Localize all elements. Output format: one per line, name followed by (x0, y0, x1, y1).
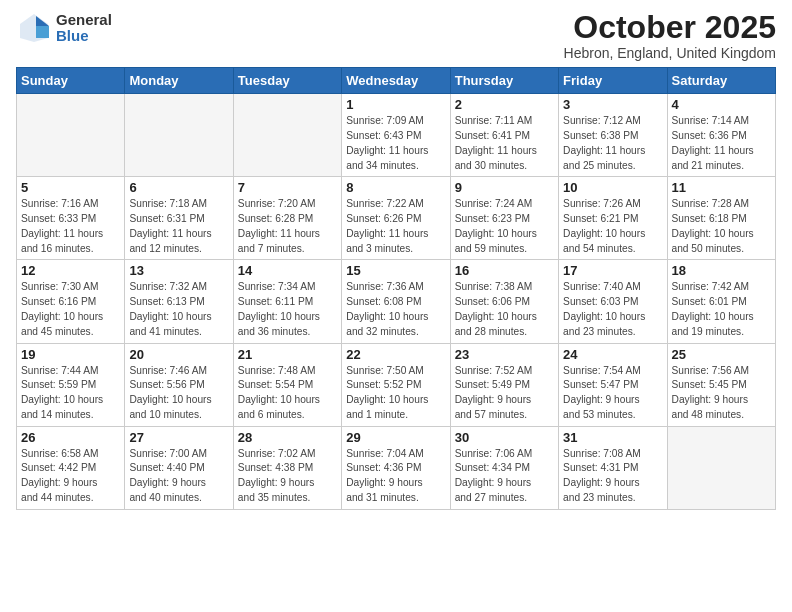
day-info: Sunrise: 7:04 AM Sunset: 4:36 PM Dayligh… (346, 447, 445, 506)
calendar-cell (667, 426, 775, 509)
day-number: 13 (129, 263, 228, 278)
day-number: 20 (129, 347, 228, 362)
day-info: Sunrise: 7:44 AM Sunset: 5:59 PM Dayligh… (21, 364, 120, 423)
day-number: 10 (563, 180, 662, 195)
logo-icon (16, 10, 52, 46)
day-number: 23 (455, 347, 554, 362)
day-info: Sunrise: 6:58 AM Sunset: 4:42 PM Dayligh… (21, 447, 120, 506)
calendar-cell: 21Sunrise: 7:48 AM Sunset: 5:54 PM Dayli… (233, 343, 341, 426)
week-row-3: 19Sunrise: 7:44 AM Sunset: 5:59 PM Dayli… (17, 343, 776, 426)
calendar-cell: 27Sunrise: 7:00 AM Sunset: 4:40 PM Dayli… (125, 426, 233, 509)
day-number: 16 (455, 263, 554, 278)
month-title: October 2025 (564, 10, 776, 45)
day-number: 1 (346, 97, 445, 112)
calendar-cell: 4Sunrise: 7:14 AM Sunset: 6:36 PM Daylig… (667, 94, 775, 177)
day-info: Sunrise: 7:22 AM Sunset: 6:26 PM Dayligh… (346, 197, 445, 256)
day-number: 5 (21, 180, 120, 195)
day-number: 9 (455, 180, 554, 195)
calendar-cell: 17Sunrise: 7:40 AM Sunset: 6:03 PM Dayli… (559, 260, 667, 343)
day-info: Sunrise: 7:08 AM Sunset: 4:31 PM Dayligh… (563, 447, 662, 506)
day-number: 4 (672, 97, 771, 112)
day-info: Sunrise: 7:56 AM Sunset: 5:45 PM Dayligh… (672, 364, 771, 423)
day-number: 8 (346, 180, 445, 195)
day-number: 6 (129, 180, 228, 195)
calendar-cell: 23Sunrise: 7:52 AM Sunset: 5:49 PM Dayli… (450, 343, 558, 426)
calendar-cell: 9Sunrise: 7:24 AM Sunset: 6:23 PM Daylig… (450, 177, 558, 260)
logo-text: General Blue (56, 12, 112, 45)
page: General Blue October 2025 Hebron, Englan… (0, 0, 792, 612)
day-info: Sunrise: 7:12 AM Sunset: 6:38 PM Dayligh… (563, 114, 662, 173)
calendar-cell: 19Sunrise: 7:44 AM Sunset: 5:59 PM Dayli… (17, 343, 125, 426)
week-row-0: 1Sunrise: 7:09 AM Sunset: 6:43 PM Daylig… (17, 94, 776, 177)
calendar-cell: 13Sunrise: 7:32 AM Sunset: 6:13 PM Dayli… (125, 260, 233, 343)
calendar-cell: 14Sunrise: 7:34 AM Sunset: 6:11 PM Dayli… (233, 260, 341, 343)
day-number: 29 (346, 430, 445, 445)
calendar-cell: 31Sunrise: 7:08 AM Sunset: 4:31 PM Dayli… (559, 426, 667, 509)
day-info: Sunrise: 7:34 AM Sunset: 6:11 PM Dayligh… (238, 280, 337, 339)
calendar-cell: 18Sunrise: 7:42 AM Sunset: 6:01 PM Dayli… (667, 260, 775, 343)
weekday-row: SundayMondayTuesdayWednesdayThursdayFrid… (17, 68, 776, 94)
calendar-cell: 20Sunrise: 7:46 AM Sunset: 5:56 PM Dayli… (125, 343, 233, 426)
week-row-4: 26Sunrise: 6:58 AM Sunset: 4:42 PM Dayli… (17, 426, 776, 509)
day-info: Sunrise: 7:16 AM Sunset: 6:33 PM Dayligh… (21, 197, 120, 256)
calendar-cell: 1Sunrise: 7:09 AM Sunset: 6:43 PM Daylig… (342, 94, 450, 177)
day-info: Sunrise: 7:54 AM Sunset: 5:47 PM Dayligh… (563, 364, 662, 423)
day-number: 25 (672, 347, 771, 362)
day-info: Sunrise: 7:36 AM Sunset: 6:08 PM Dayligh… (346, 280, 445, 339)
day-info: Sunrise: 7:00 AM Sunset: 4:40 PM Dayligh… (129, 447, 228, 506)
calendar-cell: 12Sunrise: 7:30 AM Sunset: 6:16 PM Dayli… (17, 260, 125, 343)
calendar-cell: 22Sunrise: 7:50 AM Sunset: 5:52 PM Dayli… (342, 343, 450, 426)
calendar-cell: 15Sunrise: 7:36 AM Sunset: 6:08 PM Dayli… (342, 260, 450, 343)
day-info: Sunrise: 7:40 AM Sunset: 6:03 PM Dayligh… (563, 280, 662, 339)
svg-marker-2 (36, 26, 49, 38)
week-row-2: 12Sunrise: 7:30 AM Sunset: 6:16 PM Dayli… (17, 260, 776, 343)
day-info: Sunrise: 7:26 AM Sunset: 6:21 PM Dayligh… (563, 197, 662, 256)
weekday-header-friday: Friday (559, 68, 667, 94)
day-number: 26 (21, 430, 120, 445)
day-info: Sunrise: 7:50 AM Sunset: 5:52 PM Dayligh… (346, 364, 445, 423)
day-number: 22 (346, 347, 445, 362)
title-block: October 2025 Hebron, England, United Kin… (564, 10, 776, 61)
day-number: 27 (129, 430, 228, 445)
day-number: 15 (346, 263, 445, 278)
header: General Blue October 2025 Hebron, Englan… (16, 10, 776, 61)
calendar-cell: 25Sunrise: 7:56 AM Sunset: 5:45 PM Dayli… (667, 343, 775, 426)
day-info: Sunrise: 7:09 AM Sunset: 6:43 PM Dayligh… (346, 114, 445, 173)
calendar-cell (233, 94, 341, 177)
day-number: 12 (21, 263, 120, 278)
calendar-cell: 26Sunrise: 6:58 AM Sunset: 4:42 PM Dayli… (17, 426, 125, 509)
day-info: Sunrise: 7:02 AM Sunset: 4:38 PM Dayligh… (238, 447, 337, 506)
weekday-header-sunday: Sunday (17, 68, 125, 94)
location: Hebron, England, United Kingdom (564, 45, 776, 61)
day-number: 31 (563, 430, 662, 445)
calendar-cell: 3Sunrise: 7:12 AM Sunset: 6:38 PM Daylig… (559, 94, 667, 177)
weekday-header-tuesday: Tuesday (233, 68, 341, 94)
day-number: 24 (563, 347, 662, 362)
calendar-cell: 8Sunrise: 7:22 AM Sunset: 6:26 PM Daylig… (342, 177, 450, 260)
calendar-cell (125, 94, 233, 177)
calendar-cell: 10Sunrise: 7:26 AM Sunset: 6:21 PM Dayli… (559, 177, 667, 260)
calendar-cell: 28Sunrise: 7:02 AM Sunset: 4:38 PM Dayli… (233, 426, 341, 509)
calendar-cell: 24Sunrise: 7:54 AM Sunset: 5:47 PM Dayli… (559, 343, 667, 426)
day-info: Sunrise: 7:38 AM Sunset: 6:06 PM Dayligh… (455, 280, 554, 339)
day-number: 21 (238, 347, 337, 362)
logo-general-text: General (56, 12, 112, 29)
calendar-cell: 30Sunrise: 7:06 AM Sunset: 4:34 PM Dayli… (450, 426, 558, 509)
weekday-header-wednesday: Wednesday (342, 68, 450, 94)
calendar-cell: 2Sunrise: 7:11 AM Sunset: 6:41 PM Daylig… (450, 94, 558, 177)
day-info: Sunrise: 7:32 AM Sunset: 6:13 PM Dayligh… (129, 280, 228, 339)
day-info: Sunrise: 7:18 AM Sunset: 6:31 PM Dayligh… (129, 197, 228, 256)
day-number: 18 (672, 263, 771, 278)
day-info: Sunrise: 7:11 AM Sunset: 6:41 PM Dayligh… (455, 114, 554, 173)
day-number: 11 (672, 180, 771, 195)
day-info: Sunrise: 7:30 AM Sunset: 6:16 PM Dayligh… (21, 280, 120, 339)
day-number: 7 (238, 180, 337, 195)
weekday-header-saturday: Saturday (667, 68, 775, 94)
day-info: Sunrise: 7:28 AM Sunset: 6:18 PM Dayligh… (672, 197, 771, 256)
logo: General Blue (16, 10, 112, 46)
weekday-header-thursday: Thursday (450, 68, 558, 94)
calendar-body: 1Sunrise: 7:09 AM Sunset: 6:43 PM Daylig… (17, 94, 776, 510)
day-number: 28 (238, 430, 337, 445)
calendar-cell (17, 94, 125, 177)
calendar-cell: 16Sunrise: 7:38 AM Sunset: 6:06 PM Dayli… (450, 260, 558, 343)
